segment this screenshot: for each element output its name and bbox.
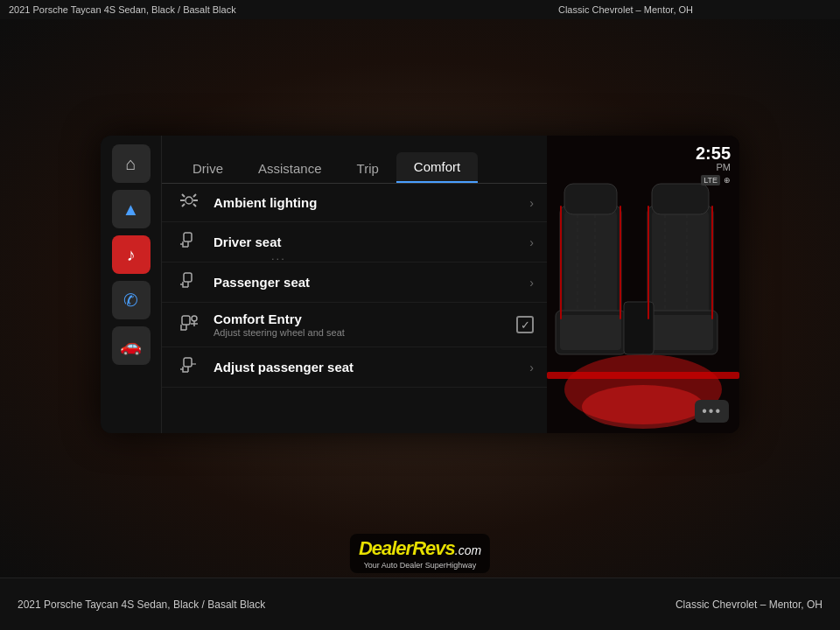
watermark-tagline: Your Auto Dealer SuperHighway bbox=[359, 561, 481, 570]
clock-ampm: PM bbox=[696, 162, 731, 172]
menu-item-adjust-passenger[interactable]: Adjust passenger seat › bbox=[162, 347, 547, 388]
svg-rect-43 bbox=[648, 206, 649, 319]
menu-item-ambient[interactable]: Ambient lighting › bbox=[162, 184, 547, 222]
status-icons: LTE ⊕ bbox=[696, 175, 731, 186]
ambient-arrow: › bbox=[529, 196, 534, 210]
tab-comfort[interactable]: Comfort bbox=[396, 152, 478, 183]
sidebar-icon-car[interactable]: 🚗 bbox=[112, 326, 150, 365]
signal-icon: ⊕ bbox=[724, 176, 731, 185]
svg-rect-34 bbox=[547, 372, 739, 379]
svg-rect-30 bbox=[652, 210, 709, 315]
svg-rect-18 bbox=[184, 358, 192, 367]
passenger-seat-icon bbox=[175, 271, 203, 293]
watermark-logo: DealerRevs .com Your Auto Dealer SuperHi… bbox=[350, 534, 490, 573]
sidebar-icon-home[interactable]: ⌂ bbox=[112, 144, 150, 183]
svg-point-15 bbox=[192, 316, 197, 321]
svg-rect-28 bbox=[560, 315, 621, 350]
menu-item-driver-seat[interactable]: Driver seat › bbox=[162, 222, 547, 262]
svg-line-5 bbox=[182, 204, 185, 206]
svg-point-4 bbox=[186, 197, 192, 204]
tab-drive[interactable]: Drive bbox=[175, 154, 241, 183]
adjust-passenger-icon bbox=[175, 356, 203, 378]
clock-time: 2:55 bbox=[696, 144, 731, 162]
sidebar-icon-music[interactable]: ♪ bbox=[112, 235, 150, 274]
adjust-passenger-text: Adjust passenger seat bbox=[214, 360, 519, 374]
adjust-passenger-label: Adjust passenger seat bbox=[214, 360, 519, 374]
driver-seat-arrow: › bbox=[529, 235, 534, 249]
svg-rect-40 bbox=[652, 184, 709, 214]
svg-line-2 bbox=[182, 194, 185, 197]
svg-rect-7 bbox=[184, 233, 192, 242]
driver-seat-icon bbox=[175, 231, 203, 253]
passenger-seat-text: Passenger seat bbox=[214, 275, 519, 290]
watermark-brand: DealerRevs bbox=[359, 537, 455, 560]
top-bar-dealer: Classic Chevrolet – Mentor, OH bbox=[420, 4, 831, 15]
menu-list: Ambient lighting › Driver seat › bbox=[162, 184, 547, 433]
top-bar: 2021 Porsche Taycan 4S Sedan, Black / Ba… bbox=[0, 0, 840, 19]
watermark: DealerRevs .com Your Auto Dealer SuperHi… bbox=[350, 534, 490, 573]
main-content-area: ... Drive Assistance Trip Comfort bbox=[162, 136, 547, 433]
tab-bar: Drive Assistance Trip Comfort bbox=[162, 136, 547, 184]
ambient-icon bbox=[175, 192, 203, 213]
comfort-entry-checkbox[interactable]: ✓ bbox=[516, 316, 534, 333]
dots-indicator: ... bbox=[271, 249, 286, 262]
svg-rect-39 bbox=[564, 184, 617, 214]
watermark-com: .com bbox=[455, 543, 481, 557]
tab-assistance[interactable]: Assistance bbox=[241, 154, 340, 183]
more-button[interactable]: ••• bbox=[695, 400, 729, 423]
bottom-bar-right: Classic Chevrolet – Mentor, OH bbox=[676, 598, 822, 611]
passenger-seat-label: Passenger seat bbox=[214, 275, 519, 290]
passenger-seat-arrow: › bbox=[529, 276, 534, 290]
adjust-passenger-arrow: › bbox=[529, 360, 534, 374]
svg-line-6 bbox=[193, 204, 196, 206]
svg-rect-32 bbox=[648, 315, 713, 350]
driver-seat-label: Driver seat bbox=[214, 234, 519, 249]
svg-rect-41 bbox=[560, 206, 562, 319]
menu-item-comfort-entry[interactable]: Comfort Entry Adjust steering wheel and … bbox=[162, 303, 547, 347]
sidebar-icon-phone[interactable]: ✆ bbox=[112, 281, 150, 319]
svg-rect-26 bbox=[564, 210, 617, 315]
menu-item-passenger-seat[interactable]: Passenger seat › bbox=[162, 262, 547, 303]
svg-rect-10 bbox=[184, 273, 192, 282]
sidebar-icon-navigation[interactable]: ▲ bbox=[112, 190, 150, 228]
infotainment-screen: ⌂ ▲ ♪ ✆ 🚗 ... Drive Assistance Trip Comf… bbox=[101, 136, 739, 433]
ambient-label: Ambient lighting bbox=[214, 195, 519, 210]
svg-rect-13 bbox=[182, 316, 190, 325]
comfort-entry-label: Comfort Entry bbox=[214, 312, 506, 326]
bottom-bar: 2021 Porsche Taycan 4S Sedan, Black / Ba… bbox=[0, 578, 840, 630]
driver-seat-text: Driver seat bbox=[214, 234, 519, 249]
svg-point-24 bbox=[582, 385, 704, 429]
svg-rect-42 bbox=[620, 206, 621, 319]
comfort-entry-icon bbox=[175, 314, 203, 336]
lte-icon: LTE bbox=[701, 175, 720, 186]
top-bar-title: 2021 Porsche Taycan 4S Sedan, Black / Ba… bbox=[9, 4, 420, 15]
sidebar: ⌂ ▲ ♪ ✆ 🚗 bbox=[101, 136, 162, 433]
comfort-entry-sublabel: Adjust steering wheel and seat bbox=[214, 327, 506, 338]
ambient-text: Ambient lighting bbox=[214, 195, 519, 210]
svg-rect-44 bbox=[711, 206, 713, 319]
clock-area: 2:55 PM LTE ⊕ bbox=[696, 144, 731, 186]
comfort-entry-text: Comfort Entry Adjust steering wheel and … bbox=[214, 312, 506, 338]
seat-image-panel: 2:55 PM LTE ⊕ ••• bbox=[547, 136, 739, 433]
tab-trip[interactable]: Trip bbox=[340, 154, 396, 183]
svg-line-3 bbox=[193, 194, 196, 197]
bottom-bar-left: 2021 Porsche Taycan 4S Sedan, Black / Ba… bbox=[18, 598, 265, 611]
